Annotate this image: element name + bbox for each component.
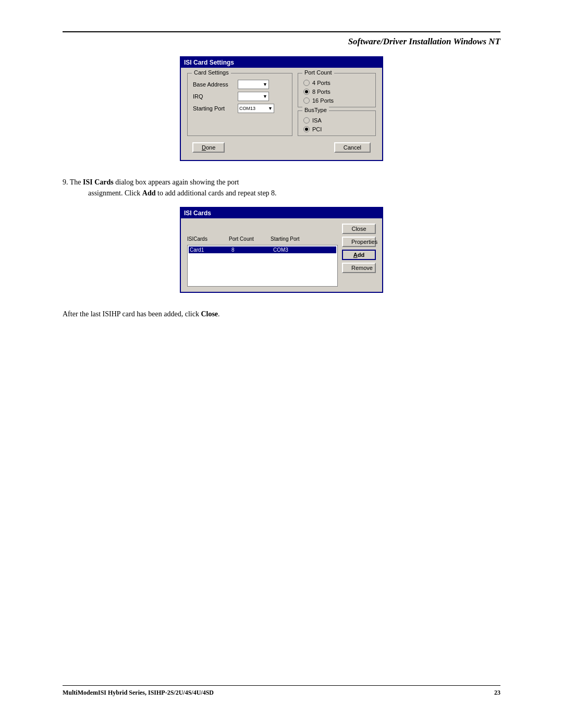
irq-arrow: ▼ (263, 94, 267, 99)
pci-label: PCI (312, 126, 322, 132)
row-startport: COM3 (273, 247, 315, 253)
port-count-legend: Port Count (302, 69, 334, 76)
bus-type-legend: BusType (302, 107, 329, 113)
port-4-radio[interactable] (303, 80, 310, 86)
port-8-radio[interactable] (303, 89, 310, 95)
base-address-row: Base Address ▼ (193, 80, 287, 89)
step9-text: 9. The ISI Cards dialog box appears agai… (63, 177, 500, 199)
port-4-label: 4 Ports (312, 80, 331, 86)
cancel-button[interactable]: Cancel (334, 142, 371, 153)
col-isicard-header: ISICards (187, 236, 229, 242)
card-settings-buttons-row: Done Cancel (187, 139, 376, 155)
isi-cards-buttons: Close Properties Add Remove (342, 224, 376, 287)
base-address-arrow: ▼ (263, 82, 267, 87)
card-settings-legend: Card Settings (192, 69, 231, 76)
bus-type-group: BusType ISA PCI (298, 110, 376, 136)
starting-port-combo[interactable]: COM13 ▼ (238, 104, 274, 113)
port-8-row: 8 Ports (303, 89, 370, 95)
port-count-group: Port Count 4 Ports 8 Ports (298, 73, 376, 107)
isi-cards-dialog: ISI Cards ISICards Port Count Starting P… (180, 207, 383, 293)
base-address-combo[interactable]: ▼ (238, 80, 269, 89)
base-address-label: Base Address (193, 81, 235, 88)
footer: MultiModemISI Hybrid Series, ISIHP-2S/2U… (63, 685, 500, 697)
starting-port-arrow: ▼ (268, 106, 273, 111)
port-8-label: 8 Ports (312, 89, 331, 95)
isi-cards-table-header: ISICards Port Count Starting Port (187, 236, 338, 243)
section-title: Software/Driver Installation Windows NT (63, 36, 500, 47)
col-portcount-header: Port Count (229, 236, 271, 242)
footer-left: MultiModemISI Hybrid Series, ISIHP-2S/2U… (63, 689, 214, 697)
remove-button[interactable]: Remove (342, 263, 376, 273)
pci-row: PCI (303, 126, 370, 132)
top-rule (63, 31, 500, 32)
isi-card-settings-title-bar: ISI Card Settings (181, 57, 382, 68)
isi-cards-title-bar: ISI Cards (181, 208, 382, 218)
card-settings-group: Card Settings Base Address ▼ IRQ (187, 73, 292, 136)
properties-button[interactable]: Properties (342, 237, 376, 247)
irq-combo[interactable]: ▼ (238, 92, 269, 101)
irq-label: IRQ (193, 93, 235, 100)
isa-label: ISA (312, 117, 322, 124)
isa-radio[interactable] (303, 117, 310, 124)
starting-port-label: Starting Port (193, 105, 235, 112)
isi-card-settings-dialog: ISI Card Settings Card Settings Base Add… (180, 56, 383, 161)
port-16-label: 16 Ports (312, 97, 334, 104)
isi-cards-table-body[interactable]: Card1 8 COM3 (187, 245, 338, 287)
starting-port-row: Starting Port COM13 ▼ (193, 104, 287, 113)
done-button[interactable]: Done (192, 142, 225, 153)
row-portcount: 8 (231, 247, 273, 253)
add-button[interactable]: Add (342, 250, 376, 260)
footer-right: 23 (494, 689, 500, 697)
port-4-row: 4 Ports (303, 80, 370, 86)
pci-radio[interactable] (303, 126, 310, 132)
col-startport-header: Starting Port (271, 236, 312, 242)
irq-row: IRQ ▼ (193, 92, 287, 101)
port-16-row: 16 Ports (303, 97, 370, 104)
isa-row: ISA (303, 117, 370, 124)
isi-cards-list-area: ISICards Port Count Starting Port Card1 … (187, 224, 338, 287)
close-button[interactable]: Close (342, 224, 376, 234)
table-row[interactable]: Card1 8 COM3 (189, 246, 336, 253)
port-16-radio[interactable] (303, 97, 310, 104)
row-isicard: Card1 (190, 247, 231, 253)
after-text: After the last ISIHP card has been added… (63, 309, 500, 319)
